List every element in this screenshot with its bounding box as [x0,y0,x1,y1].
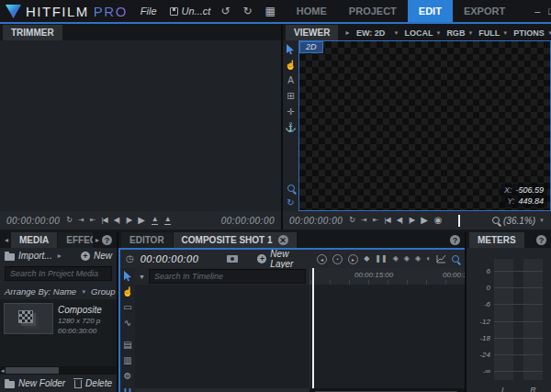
in-point-icon[interactable]: ⇤ [373,217,378,224]
linear-keyframe-icon[interactable]: ◈ [393,255,399,263]
snap-magnet-icon[interactable]: U [124,387,131,392]
quality-dropdown[interactable]: FULL ▼ [478,28,508,38]
select-tool-icon[interactable] [287,44,295,54]
canvas-mode-badge[interactable]: 2D [299,41,323,53]
overlay-clip-icon[interactable]: ▲ [164,216,171,225]
out-point-icon[interactable]: ⇥ [78,217,84,224]
timeline-zoom-slider[interactable]: ▴ ▪ ▲ [135,388,309,392]
track-clip-area[interactable] [309,285,465,388]
prev-frame-icon[interactable]: |◀ [101,217,107,224]
tab-edit[interactable]: EDIT [408,0,453,22]
tab-composite-shot[interactable]: COMPOSITE SHOT 1 ✕ [174,232,297,248]
playhead-caret[interactable] [458,215,460,227]
tab-project[interactable]: PROJECT [338,0,408,22]
hand-tool-icon[interactable]: ☝ [285,61,296,70]
zoom-tool-icon[interactable] [287,185,295,192]
step-forward-icon[interactable]: |▶ [409,217,414,224]
file-menu[interactable]: File [135,6,163,17]
prev-keyframe-icon[interactable]: ◂ [317,254,327,264]
media-list-scrollbar[interactable]: ◂ [0,366,117,375]
text-tool-icon[interactable]: A [287,76,294,85]
view-mode-dropdown[interactable]: VIEW: 2D ▼ [356,28,399,38]
loop-icon[interactable]: ↻ [66,217,72,224]
insert-clip-icon[interactable]: ▲ [152,216,158,225]
undo-icon[interactable]: ↺ [218,6,232,17]
in-point-icon[interactable]: ⇤ [90,217,96,224]
next-keyframe-icon[interactable]: ▸ [348,254,358,264]
manual-keyframe-icon[interactable]: ◈ [415,255,421,263]
help-icon[interactable]: ? [536,235,546,245]
timeline-ruler[interactable]: 00:00:15:00 00:00:30:00 [309,268,465,285]
record-icon[interactable]: ◉ [434,216,443,225]
loop-icon[interactable]: ↻ [349,217,354,224]
redo-icon[interactable]: ↻ [240,6,254,17]
viewer-canvas[interactable]: 2D X:-506.59 Y:449.84 [298,40,551,211]
roll-edit-icon[interactable]: ▥ [123,356,131,365]
tab-home[interactable]: HOME [286,0,338,22]
delete-button[interactable]: Delete [74,378,112,388]
filter-funnel-icon[interactable]: ▼ [139,274,145,280]
step-back-icon[interactable]: ◀| [397,217,402,224]
tab-scroll-right-icon[interactable]: ▸ [94,236,101,244]
media-item-composite[interactable]: Composite 1280 x 720 p 00:00:30:00 [4,303,113,335]
tab-trimmer[interactable]: TRIMMER [3,25,62,40]
keyframe-icon[interactable]: ◆ [364,255,369,263]
trimmer-timecode[interactable]: 00:00:00:00 [6,216,60,226]
timeline-scrollbar[interactable]: ◂ ▸ [309,388,465,392]
half-bezier-icon[interactable]: ◐ [426,255,431,263]
arrange-by-dropdown[interactable]: Arrange By: Name [5,286,76,297]
group-button[interactable]: Group [91,286,115,297]
gear-icon[interactable]: ⚙ [124,372,132,381]
scroll-left-icon[interactable]: ◂ [1,367,5,374]
prev-frame-icon[interactable]: |◀ [384,217,389,224]
viewer-timecode[interactable]: 00:00:00:00 [289,216,343,226]
timeline-search-input[interactable] [149,269,306,284]
smooth-keyframe-icon[interactable]: ◈ [404,255,410,263]
tab-editor[interactable]: EDITOR [121,232,173,248]
viewer-zoom-control[interactable]: (36.1%) ▼ [492,216,545,226]
add-keyframe-icon[interactable]: • [332,254,343,264]
hand-tool-icon[interactable]: ☝ [122,287,133,297]
channel-dropdown[interactable]: RGB ▼ [446,28,473,38]
tab-export[interactable]: EXPORT [453,0,516,22]
slip-tool-icon[interactable]: ▭ [123,303,131,312]
tab-media[interactable]: MEDIA [11,232,57,248]
help-icon[interactable]: ? [102,235,112,245]
new-layer-button[interactable]: + New Layer [257,250,310,268]
help-icon[interactable]: ? [450,235,460,245]
new-button[interactable]: + New [81,251,112,261]
play-icon[interactable]: ▶ [138,216,145,225]
scrollbar-thumb[interactable] [6,367,59,374]
media-search-input[interactable] [5,266,112,281]
close-tab-icon[interactable]: ✕ [278,235,288,245]
transform-tool-icon[interactable]: ⊞ [287,92,294,101]
tab-viewer[interactable]: VIEWER [286,25,338,40]
snapshot-icon[interactable] [227,255,238,263]
tab-scroll-right-icon[interactable]: ▸ [343,28,351,37]
track-header-area[interactable] [135,285,309,388]
value-graph-icon[interactable] [436,254,446,263]
timeline-timecode[interactable]: 00:00:00:00 [141,253,199,264]
options-dropdown[interactable]: OPTIONS ▼ [513,28,551,38]
zoom-to-fit-icon[interactable] [452,255,459,263]
orbit-tool-icon[interactable]: ↻ [287,198,294,207]
out-point-icon[interactable]: ⇥ [361,217,366,224]
tab-effects[interactable]: EFFECTS [58,232,93,248]
playhead[interactable] [312,268,314,388]
play-icon[interactable]: ▶ [421,216,428,225]
step-forward-icon[interactable]: |▶ [126,217,131,224]
import-button[interactable]: Import... ▸ [5,251,63,261]
step-back-icon[interactable]: ◀| [114,217,119,224]
tab-scroll-left-icon[interactable]: ◂ [3,236,10,244]
workspaces-icon[interactable]: ▦ [263,6,278,17]
tab-meters[interactable]: METERS [469,232,524,248]
axes-space-dropdown[interactable]: LOCAL ▼ [404,28,441,38]
ripple-edit-icon[interactable]: ▤ [123,341,131,350]
project-name-button[interactable]: Un...ct [170,6,211,17]
anchor-tool-icon[interactable]: ⚓ [285,123,296,132]
rate-stretch-tool-icon[interactable]: ∿ [124,319,131,328]
new-folder-button[interactable]: New Folder [5,378,65,388]
select-tool-icon[interactable] [124,271,132,281]
hold-frames-icon[interactable]: ❚❚ [375,255,387,263]
minimize-icon[interactable]: – [534,6,540,17]
